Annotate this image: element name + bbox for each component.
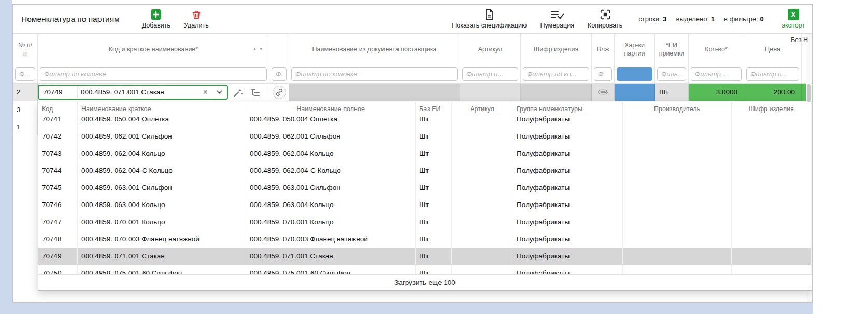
- dd-cell-shifr: [732, 230, 812, 248]
- filter-input-shifr[interactable]: [523, 67, 589, 81]
- in-filter-counter: в фильтре: 0: [724, 15, 764, 23]
- batch-chars-cell[interactable]: [615, 84, 655, 101]
- dd-cell-code: 70750: [38, 265, 78, 274]
- column-header-f[interactable]: [269, 34, 289, 65]
- dd-cell-code: 70746: [38, 196, 78, 213]
- scrollbar-thumb[interactable]: [807, 84, 811, 102]
- dd-cell-shifr: [732, 179, 812, 196]
- dropdown-row[interactable]: 70742 000.4859. 062.001 Сильфон 000.4859…: [38, 128, 812, 145]
- dd-cell-short-name: 000.4859. 070.003 Фланец натяжной: [78, 230, 246, 248]
- dropdown-row[interactable]: 70743 000.4859. 062.004 Кольцо 000.4859.…: [38, 145, 812, 162]
- magic-wand-icon[interactable]: [232, 86, 245, 99]
- copy-label: Копировать: [588, 22, 622, 29]
- dropdown-row[interactable]: 70746 000.4859. 063.004 Кольцо 000.4859.…: [38, 196, 812, 213]
- dd-cell-full-name: 000.4859. 075.001-60 Сильфон: [246, 265, 416, 274]
- filter-cell-batch-chars: [615, 65, 655, 83]
- excel-icon: X: [788, 9, 799, 20]
- column-header-ei[interactable]: *ЕИ приемки: [655, 34, 689, 65]
- row-number-cell[interactable]: 3: [13, 101, 38, 118]
- column-header-num[interactable]: № п/п: [13, 34, 38, 65]
- dd-cell-short-name: 000.4859. 062.001 Сильфон: [78, 128, 246, 145]
- page-background-left: [0, 0, 12, 314]
- filter-input-num[interactable]: [15, 67, 35, 81]
- dropdown-rows: 70741 000.4859. 050.004 Оплетка 000.4859…: [38, 116, 812, 274]
- dropdown-row[interactable]: 70747 000.4859. 070.001 Кольцо 000.4859.…: [38, 213, 812, 230]
- add-button[interactable]: Добавить: [142, 9, 170, 29]
- attachments-cell[interactable]: [592, 84, 615, 101]
- dropdown-row[interactable]: 70741 000.4859. 050.004 Оплетка 000.4859…: [38, 116, 812, 128]
- column-header-qty[interactable]: Кол-во*: [689, 34, 744, 65]
- column-header-batch-chars[interactable]: Хар-ки партии: [615, 34, 655, 65]
- dropdown-row[interactable]: 70744 000.4859. 062.004-С Кольцо 000.485…: [38, 162, 812, 179]
- price-cell[interactable]: 200.00: [744, 84, 802, 101]
- dropdown-row[interactable]: 70749 000.4859. 071.001 Стакан 000.4859.…: [38, 248, 812, 265]
- dd-cell-artikul: [452, 196, 513, 213]
- dd-cell-code: 70743: [38, 145, 78, 162]
- chevron-down-icon[interactable]: [212, 90, 227, 94]
- dd-cell-artikul: [452, 116, 513, 128]
- dd-cell-manufacturer: [623, 128, 732, 145]
- dd-cell-full-name: 000.4859. 070.003 Фланец натяжной: [246, 230, 416, 248]
- column-header-shifr[interactable]: Шифр изделия: [521, 34, 592, 65]
- delete-button[interactable]: Удалить: [184, 9, 209, 29]
- dd-cell-group: Полуфабрикаты: [513, 162, 623, 179]
- clear-icon[interactable]: ×: [199, 88, 212, 97]
- toolbar: Номенклатура по партиям Добавить Удалить…: [13, 5, 812, 34]
- dd-cell-group: Полуфабрикаты: [513, 265, 623, 274]
- numbering-button[interactable]: Нумерация: [540, 9, 574, 29]
- link-icon[interactable]: [273, 86, 286, 99]
- dd-cell-base-ei: Шт: [416, 230, 452, 248]
- show-specification-button[interactable]: Показать спецификацию: [452, 9, 527, 29]
- dd-cell-artikul: [452, 162, 513, 179]
- column-header-supplier-name[interactable]: Наименование из документа поставщика: [289, 34, 460, 65]
- column-header-code-name[interactable]: Код и краткое наименование* ▲▼: [38, 34, 269, 65]
- row-number-cell[interactable]: 1: [13, 118, 38, 135]
- qty-cell[interactable]: 3.0000: [689, 84, 744, 101]
- combo-code-value: 70749: [39, 88, 77, 96]
- column-header-attachments[interactable]: Влж: [592, 34, 615, 65]
- ei-cell[interactable]: Шт: [655, 84, 689, 101]
- row-number-cell[interactable]: 2: [13, 84, 38, 101]
- show-specification-label: Показать спецификацию: [452, 22, 527, 29]
- dropdown-row[interactable]: 70748 000.4859. 070.003 Фланец натяжной …: [38, 230, 812, 248]
- filter-input-price[interactable]: [746, 67, 799, 81]
- column-header-artikul[interactable]: Артикул: [460, 34, 521, 65]
- dropdown-row[interactable]: 70745 000.4859. 063.001 Сильфон 000.4859…: [38, 179, 812, 196]
- dd-cell-shifr: [732, 196, 812, 213]
- dd-col-full-name: Наименование полное: [246, 102, 416, 116]
- filter-cell-f: [269, 65, 289, 83]
- dd-cell-shifr: [732, 248, 812, 265]
- dd-cell-manufacturer: [623, 145, 732, 162]
- dd-cell-artikul: [452, 128, 513, 145]
- load-more-button[interactable]: Загрузить еще 100: [38, 274, 812, 290]
- sort-icons[interactable]: ▲▼: [252, 46, 265, 52]
- grid-header-row: № п/п Код и краткое наименование* ▲▼ Наи…: [13, 34, 812, 65]
- dd-cell-full-name: 000.4859. 050.004 Оплетка: [246, 116, 416, 128]
- hierarchy-tree-icon[interactable]: [249, 86, 262, 99]
- dropdown-row[interactable]: 70750 000.4859. 075.001-60 Сильфон 000.4…: [38, 265, 812, 274]
- dd-cell-group: Полуфабрикаты: [513, 128, 623, 145]
- selected-counter: выделено: 1: [676, 15, 715, 23]
- copy-button[interactable]: Копировать: [588, 9, 622, 29]
- dd-cell-manufacturer: [623, 265, 732, 274]
- filter-input-ei[interactable]: [657, 67, 686, 81]
- nomenclature-combo-editor[interactable]: 70749 000.4859. 071.001 Стакан ×: [38, 85, 228, 100]
- filter-input-attachments[interactable]: [594, 67, 612, 81]
- filter-input-code-name[interactable]: [40, 67, 267, 81]
- filter-input-supplier-name[interactable]: [291, 67, 458, 81]
- dd-cell-full-name: 000.4859. 062.004-С Кольцо: [246, 162, 416, 179]
- dd-cell-short-name: 000.4859. 062.004-С Кольцо: [78, 162, 246, 179]
- filter-input-batch-chars[interactable]: [617, 67, 652, 81]
- dd-cell-group: Полуфабрикаты: [513, 213, 623, 230]
- dd-cell-shifr: [732, 145, 812, 162]
- filter-input-f[interactable]: [272, 67, 287, 81]
- filter-input-artikul[interactable]: [462, 67, 518, 81]
- dd-cell-base-ei: Шт: [416, 213, 452, 230]
- dd-cell-short-name: 000.4859. 050.004 Оплетка: [78, 116, 246, 128]
- dd-col-short-name: Наименование краткое: [78, 102, 246, 116]
- excel-export-button[interactable]: X экспорт: [782, 9, 805, 29]
- filter-input-qty[interactable]: [691, 67, 742, 81]
- filter-cell-code-name: [38, 65, 269, 83]
- filter-cell-artikul: [460, 65, 521, 83]
- filter-cell-ei: [655, 65, 689, 83]
